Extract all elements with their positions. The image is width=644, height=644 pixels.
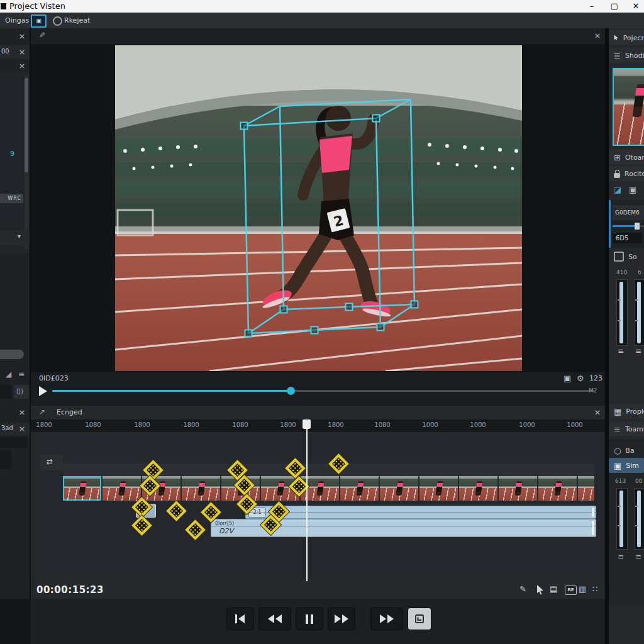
close-button[interactable]: ✕: [628, 0, 644, 13]
filmstrip-frame[interactable]: [182, 476, 220, 501]
filmstrip-frame[interactable]: [340, 476, 379, 501]
mini-button[interactable]: [0, 437, 28, 448]
mini-button[interactable]: [0, 450, 11, 469]
active-tool-button[interactable]: ▣: [31, 14, 47, 28]
fast-forward-2-button[interactable]: [370, 608, 403, 630]
clip-resize-handle[interactable]: [592, 521, 594, 535]
sidebar-item-label: Pojecr: [623, 34, 644, 42]
mixer-row-ba[interactable]: ○ Ba: [609, 443, 644, 458]
ruler-tick: 1800: [179, 421, 204, 428]
minimize-button[interactable]: –: [584, 0, 600, 13]
seek-bar-fill: [52, 390, 291, 392]
corner-label: M2: [589, 387, 597, 394]
sidebar-item-project[interactable]: Pojecr: [609, 30, 644, 45]
filmstrip-frame[interactable]: [459, 476, 497, 501]
filmstrip-frame[interactable]: [499, 476, 537, 501]
pointer-icon: [614, 33, 619, 42]
menu-item-2[interactable]: Rkejeat: [64, 16, 90, 25]
transport-controls: [226, 608, 431, 630]
sidebar-item-label: Shodis: [625, 52, 644, 60]
filmstrip-frame[interactable]: [380, 476, 418, 501]
ruler-tick: 1000: [514, 421, 540, 428]
menu-icon[interactable]: ≡: [618, 347, 624, 355]
loop-mode-button[interactable]: [408, 608, 431, 630]
loop-icon: [414, 613, 425, 625]
menu-item-1[interactable]: Oingas: [5, 16, 29, 25]
sidebar-item-shodis[interactable]: ≣ Shodis: [609, 48, 644, 63]
filmstrip-frame-selected[interactable]: [63, 476, 101, 501]
menu-icon[interactable]: ≡: [635, 552, 641, 561]
stack-icon[interactable]: ≡: [18, 370, 25, 379]
slider-handle[interactable]: [635, 223, 640, 230]
project-thumbnail[interactable]: [613, 68, 644, 146]
pause-button[interactable]: [296, 608, 323, 630]
close-icon[interactable]: ×: [17, 47, 27, 57]
vertical-fader[interactable]: [634, 279, 644, 346]
scrollbar-thumb[interactable]: [25, 78, 28, 172]
sidebar-item-rocite[interactable]: Rocite: [609, 166, 644, 181]
ruler-tick: 1000: [562, 421, 587, 428]
app-icon: [1, 3, 6, 9]
mini-button[interactable]: [0, 385, 11, 399]
clip-resize-handle[interactable]: [592, 508, 594, 517]
fast-forward-icon: [379, 614, 394, 623]
checkbox-icon[interactable]: [614, 252, 624, 262]
record-circle-icon[interactable]: [53, 16, 62, 26]
sidebar-item-proplo[interactable]: ▦ Proplo: [609, 404, 644, 419]
viewer-close-icon[interactable]: ×: [592, 31, 602, 41]
seek-bar-handle[interactable]: [287, 387, 295, 395]
wrc-badge[interactable]: WRC: [0, 194, 23, 203]
menu-icon[interactable]: ≡: [635, 347, 641, 355]
fader-scale-label: 613: [615, 478, 626, 484]
fader-scale-label: 410: [616, 269, 627, 275]
viewer-canvas[interactable]: 2: [115, 45, 522, 371]
chart-icon[interactable]: ◢: [6, 370, 11, 379]
filmstrip-frame[interactable]: [103, 476, 141, 501]
vertical-fader[interactable]: [616, 488, 628, 550]
menu-icon[interactable]: ≡: [618, 552, 624, 561]
stand-rail: [115, 226, 522, 231]
cursor-icon[interactable]: [536, 585, 545, 595]
timeline-close-icon[interactable]: ×: [592, 408, 602, 418]
checkbox-label: So: [628, 253, 637, 261]
panels-icon: ▦: [614, 407, 621, 416]
layers-icon[interactable]: ▤: [550, 584, 557, 594]
vertical-fader[interactable]: [634, 488, 644, 550]
close-icon[interactable]: ×: [17, 31, 27, 42]
solo-checkbox-row[interactable]: So: [609, 249, 644, 264]
playhead-handle[interactable]: [303, 419, 311, 429]
play-button[interactable]: [39, 386, 47, 396]
close-icon[interactable]: ×: [17, 408, 27, 418]
gear-icon[interactable]: ⚙: [577, 374, 584, 383]
sidebar-item-toamtr[interactable]: ≡ Toamtr: [609, 421, 644, 436]
fast-forward-button[interactable]: [328, 608, 355, 630]
shape-icon[interactable]: ◪: [614, 185, 621, 194]
sidebar-item-otoar[interactable]: ⊞ Otoar: [609, 150, 644, 165]
square-icon[interactable]: ▣: [629, 185, 636, 194]
timeline-ruler[interactable]: 1800 1080 1800 1800 1080 1800 1800 1080 …: [31, 419, 605, 432]
filmstrip-frame[interactable]: [419, 476, 458, 501]
edit-icon[interactable]: ✎: [519, 584, 526, 594]
close-icon[interactable]: ×: [17, 424, 27, 434]
fader-scale-label: 00: [635, 478, 642, 484]
playhead-line[interactable]: [306, 419, 308, 581]
filmstrip-frame[interactable]: [538, 476, 577, 501]
pencil-icon[interactable]: ✎: [39, 31, 45, 40]
skip-start-button[interactable]: [226, 608, 254, 630]
application-window: Project Visten – ▢ ✕ Oingas Rkejeat ▣ × …: [0, 0, 644, 644]
filmstrip-frame[interactable]: [578, 476, 594, 501]
columns-icon[interactable]: ▥: [579, 584, 586, 594]
columns-button[interactable]: ◫: [14, 385, 29, 399]
swap-button[interactable]: ⇄: [40, 454, 63, 470]
vertical-fader[interactable]: [616, 279, 628, 346]
image-icon[interactable]: ▣: [564, 374, 571, 383]
audio-clip-bar[interactable]: 2:1: [245, 506, 596, 519]
re-badge-icon[interactable]: RE: [565, 586, 577, 595]
close-icon[interactable]: ×: [17, 61, 27, 71]
maximize-button[interactable]: ▢: [606, 0, 623, 13]
left-dropdown[interactable]: ▾: [0, 230, 30, 245]
mixer-row-sim-selected[interactable]: ▣ Sim: [609, 458, 644, 473]
property-field[interactable]: G0DEM6: [613, 205, 644, 220]
rewind-button[interactable]: [258, 608, 291, 630]
grid-dots-icon[interactable]: ∷: [592, 584, 597, 594]
